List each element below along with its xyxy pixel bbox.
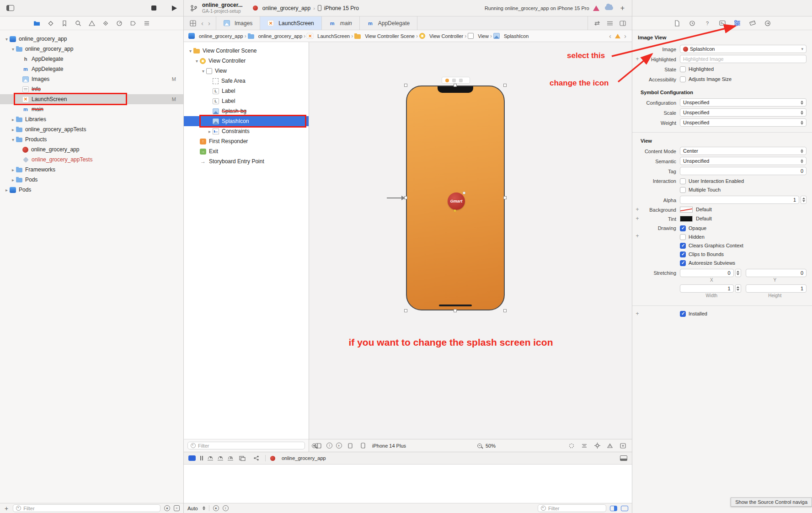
add-file-button[interactable]: +: [4, 505, 9, 512]
zoom-in-icon[interactable]: [312, 444, 316, 448]
add-attribute-button[interactable]: +: [635, 206, 640, 213]
device-preview[interactable]: Gmart: [406, 86, 505, 310]
disclosure-icon[interactable]: ▸: [207, 129, 213, 134]
breadcrumb-item[interactable]: View: [468, 33, 489, 39]
back-button[interactable]: ‹: [200, 19, 204, 27]
tab-main[interactable]: main: [322, 16, 360, 30]
nav-row[interactable]: ▸online_grocery_appTests: [0, 124, 183, 134]
add-attribute-button[interactable]: +: [635, 56, 640, 62]
attributes-inspector-icon[interactable]: [733, 19, 742, 28]
disclosure-icon[interactable]: ▾: [10, 47, 16, 52]
nav-row[interactable]: ▾Products: [0, 134, 183, 144]
image-combobox[interactable]: SplashIcon ▾: [680, 45, 807, 53]
toggle-navigator-icon[interactable]: [6, 5, 14, 11]
nav-row[interactable]: ▾online_grocery_app: [0, 44, 183, 54]
stretch-y-field[interactable]: 0: [746, 269, 807, 277]
weight-popup[interactable]: Unspecified: [680, 118, 807, 127]
nav-row[interactable]: online_grocery_appTests: [0, 155, 183, 165]
outline-row[interactable]: ▸Constraints: [184, 126, 309, 136]
adjusts-image-size-checkbox[interactable]: [680, 76, 686, 82]
nav-row[interactable]: ImagesM: [0, 74, 183, 84]
report-navigator-icon[interactable]: [142, 19, 151, 28]
breadcrumb-item[interactable]: View Controller: [419, 33, 463, 39]
resize-handle[interactable]: [404, 309, 407, 312]
resize-handle[interactable]: [503, 196, 507, 199]
run-button[interactable]: [172, 5, 177, 11]
scm-filter-icon[interactable]: +: [174, 505, 180, 511]
outline-row[interactable]: Label: [184, 86, 309, 96]
disclosure-icon[interactable]: ▸: [10, 117, 16, 122]
git-branch-icon[interactable]: [189, 4, 198, 13]
pin-constraints-icon[interactable]: [593, 441, 602, 450]
drawing-checkbox[interactable]: [680, 260, 686, 266]
interaction-checkbox[interactable]: [680, 178, 686, 184]
step-out-icon[interactable]: [228, 456, 233, 460]
nav-row[interactable]: online_grocery_app: [0, 144, 183, 155]
drawing-checkbox[interactable]: [680, 251, 686, 257]
breadcrumb-item[interactable]: LaunchScreen: [307, 33, 350, 39]
forward-button[interactable]: ›: [207, 19, 211, 27]
resize-handle[interactable]: [503, 84, 507, 87]
previous-issue-icon[interactable]: ‹: [608, 32, 612, 40]
outline-row[interactable]: ▾View Controller Scene: [184, 46, 309, 56]
canvas-filter-field[interactable]: Filter: [538, 504, 606, 512]
disclosure-icon[interactable]: ▸: [10, 167, 16, 172]
swap-editor-icon[interactable]: [593, 19, 602, 28]
breadcrumb-item[interactable]: SplashIcon: [493, 33, 529, 39]
scheme-selector[interactable]: online_grocery_app › iPhone 15 Pro: [253, 5, 359, 11]
outline-row[interactable]: ▾View Controller: [184, 56, 309, 66]
stop-button[interactable]: [151, 5, 156, 11]
drawing-checkbox[interactable]: [680, 243, 686, 249]
toggle-console-icon[interactable]: [620, 455, 627, 461]
storyboard-entry-arrow[interactable]: [387, 196, 405, 200]
step-into-icon[interactable]: [218, 456, 223, 460]
storyboard-canvas[interactable]: Gmart if you want to change the: [309, 42, 632, 452]
adjust-editor-icon[interactable]: [605, 19, 614, 28]
alpha-field[interactable]: 1: [680, 196, 799, 204]
stepper-icon[interactable]: [735, 284, 741, 293]
highlighted-image-field[interactable]: Highlighted Image: [680, 55, 807, 63]
identity-inspector-icon[interactable]: [718, 19, 727, 28]
embed-icon[interactable]: [618, 441, 627, 450]
view-debugger-icon[interactable]: [238, 454, 247, 463]
nav-row[interactable]: ▸Frameworks: [0, 165, 183, 175]
device-icon[interactable]: [358, 441, 368, 450]
nav-row[interactable]: ▸Pods: [0, 185, 183, 195]
resize-handle[interactable]: [454, 309, 457, 312]
interaction-checkbox[interactable]: [680, 187, 686, 193]
disclosure-icon[interactable]: ▸: [4, 187, 10, 192]
outline-row[interactable]: Storyboard Entry Point: [184, 156, 309, 166]
variants-icon[interactable]: [567, 441, 576, 450]
breakpoint-navigator-icon[interactable]: [128, 19, 138, 28]
find-navigator-icon[interactable]: [74, 19, 83, 28]
scene-dock[interactable]: [442, 77, 470, 84]
device-selector[interactable]: iPhone 14 Plus: [372, 443, 406, 449]
pause-icon[interactable]: [200, 456, 203, 460]
runtime-issue-icon[interactable]: [593, 5, 599, 11]
add-attribute-button[interactable]: +: [635, 215, 640, 222]
outline-row[interactable]: SplashIcon: [184, 116, 309, 126]
resolve-layout-icon[interactable]: [605, 441, 614, 450]
tag-field[interactable]: 0: [680, 167, 807, 175]
add-editor-icon[interactable]: [618, 19, 627, 28]
source-control-navigator-icon[interactable]: [46, 19, 55, 28]
disclosure-icon[interactable]: ▸: [10, 127, 16, 132]
stepper-icon[interactable]: [801, 196, 807, 204]
auto-layout-menu[interactable]: Auto: [187, 506, 198, 511]
outline-row[interactable]: Splash-bg: [184, 106, 309, 116]
first-responder-icon[interactable]: [452, 79, 456, 82]
quick-help-inspector-icon[interactable]: ?: [703, 19, 712, 28]
disclosure-icon[interactable]: ▾: [187, 48, 193, 53]
zoom-out-icon[interactable]: [477, 444, 482, 448]
orientation-icon[interactable]: [346, 441, 355, 450]
issues-overlay-icon[interactable]: !: [326, 443, 332, 449]
outline-row[interactable]: Exit: [184, 146, 309, 156]
file-inspector-icon[interactable]: [673, 19, 682, 28]
view-controller-icon[interactable]: [445, 79, 449, 82]
nav-row[interactable]: ▸Libraries: [0, 114, 183, 124]
nav-row[interactable]: ▸Pods: [0, 175, 183, 185]
nav-row[interactable]: LaunchScreenM: [0, 94, 183, 104]
show-canvas-icon[interactable]: [621, 506, 628, 511]
tab-appdelegate[interactable]: AppDelegate: [360, 16, 417, 30]
disclosure-icon[interactable]: ▾: [194, 59, 200, 64]
